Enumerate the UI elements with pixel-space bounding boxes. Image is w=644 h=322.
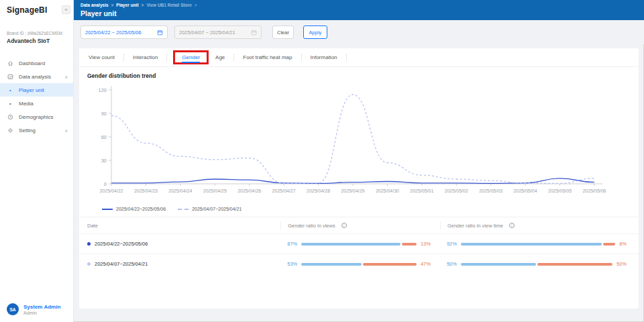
date-range-input-compare[interactable]: 2025/04/07 ~ 2025/04/21 [174, 25, 262, 39]
svg-text:30: 30 [101, 158, 107, 164]
brand-id-label: Brand ID : dWa26ZsECMSM [7, 31, 66, 36]
column-header-date: Date [79, 223, 280, 229]
tab-divider [233, 54, 234, 61]
tab-label: Gender [182, 54, 200, 60]
column-header-views: Gender ratio in views i [280, 221, 440, 229]
breadcrumb-separator: > [195, 3, 197, 7]
info-icon[interactable]: i [509, 223, 515, 228]
chevron-up-icon[interactable]: ∧ [65, 74, 68, 79]
main-area: Data analysis > Player unit > View UB1 R… [74, 0, 644, 322]
gear-icon [7, 127, 14, 134]
breadcrumb-view-store[interactable]: View UB1 Retail Store [146, 3, 191, 7]
breadcrumb-separator: > [142, 3, 144, 7]
gender-ratio-table: Date Gender ratio in views i Gender rati… [79, 217, 639, 274]
table-row: 2025/04/07~2025/04/21 53% 47% 50% 50% [79, 254, 639, 274]
svg-text:120: 120 [98, 87, 107, 93]
chart-icon [7, 73, 14, 80]
row-date: 2025/04/22~2025/05/06 [95, 241, 148, 247]
legend-label: 2025/04/22~2025/05/06 [116, 207, 166, 211]
user-profile[interactable]: SA System Admin Admin [0, 303, 74, 315]
svg-text:2025/05/04: 2025/05/04 [514, 189, 537, 193]
breadcrumb-player-unit[interactable]: Player unit [116, 3, 138, 7]
svg-text:2025/04/23: 2025/04/23 [134, 189, 158, 193]
male-percent: 87% [287, 241, 297, 247]
ratio-bar [301, 243, 417, 246]
female-percent: 47% [421, 261, 431, 267]
sidebar-item-data-analysis[interactable]: Data analysis ∧ [0, 70, 73, 83]
ratio-bar [301, 263, 417, 266]
svg-text:2025/04/24: 2025/04/24 [168, 189, 192, 193]
sidebar-collapse-icon[interactable]: « [62, 5, 70, 14]
svg-text:2025/04/25: 2025/04/25 [203, 189, 227, 193]
series-dot-icon [87, 262, 91, 266]
table-header-row: Date Gender ratio in views i Gender rati… [79, 217, 639, 233]
chart-title: Gender distribution trend [87, 72, 631, 79]
tab-age[interactable]: Age [213, 54, 227, 60]
clear-button[interactable]: Clear [272, 25, 294, 39]
tab-interaction[interactable]: Interaction [130, 54, 160, 60]
page-title: Player unit [80, 9, 637, 17]
female-percent: 13% [421, 241, 431, 247]
svg-text:2025/04/29: 2025/04/29 [341, 189, 364, 193]
column-header-view-time: Gender ratio in view time i [440, 221, 639, 229]
sidebar-item-label: Dashboard [19, 60, 45, 66]
active-tab-indicator [182, 62, 200, 63]
sidebar-item-setting[interactable]: Setting ∨ [0, 123, 73, 137]
svg-text:90: 90 [101, 111, 107, 117]
tab-divider [166, 54, 167, 61]
sidebar-menu: Dashboard Data analysis ∧ • Player unit … [0, 56, 73, 137]
svg-text:2025/05/02: 2025/05/02 [445, 189, 468, 193]
series-dot-icon [87, 242, 91, 246]
svg-text:2025/04/28: 2025/04/28 [307, 189, 330, 193]
breadcrumb-data-analysis[interactable]: Data analysis [80, 3, 109, 7]
chevron-down-icon[interactable]: ∨ [65, 128, 68, 133]
legend-item-previous[interactable]: 2025/04/07~2025/04/21 [178, 207, 241, 211]
svg-text:0: 0 [104, 181, 107, 187]
user-role: Admin [23, 311, 60, 315]
svg-text:2025/05/05: 2025/05/05 [548, 189, 572, 193]
avatar: SA [7, 303, 19, 315]
sidebar-item-label: Demographics [19, 114, 54, 120]
app-logo: SignageBI [7, 5, 47, 15]
svg-text:2025/04/27: 2025/04/27 [272, 189, 296, 193]
sidebar-item-label: Data analysis [19, 74, 51, 80]
tab-view-count[interactable]: View count [86, 54, 117, 60]
calendar-icon [251, 30, 257, 36]
sidebar-item-demographics[interactable]: Demographics [0, 110, 73, 123]
sidebar-item-label: Player unit [19, 87, 44, 93]
sidebar-item-player-unit[interactable]: • Player unit [0, 83, 73, 97]
svg-text:2025/05/01: 2025/05/01 [410, 189, 433, 193]
svg-text:2025/05/06: 2025/05/06 [582, 189, 606, 193]
content-card: View count Interaction Gender Age Foot t… [79, 48, 639, 309]
chart-legend: 2025/04/22~2025/05/06 2025/04/07~2025/04… [102, 207, 631, 211]
clock-icon [7, 113, 14, 121]
tab-information[interactable]: Information [308, 54, 340, 60]
sidebar-item-dashboard[interactable]: Dashboard [0, 56, 73, 70]
legend-label: 2025/04/07~2025/04/21 [192, 207, 241, 211]
tab-gender[interactable]: Gender [179, 54, 203, 60]
sidebar-item-label: Setting [19, 127, 36, 133]
bullet-icon: • [9, 88, 16, 93]
tab-foot-traffic[interactable]: Foot traffic heat map [240, 54, 294, 60]
column-header-label: Gender ratio in views [288, 223, 335, 229]
home-icon [7, 60, 14, 67]
chart-section: Gender distribution trend 03060901202025… [79, 67, 639, 211]
svg-text:2025/04/26: 2025/04/26 [237, 189, 261, 193]
sidebar-item-label: Media [19, 101, 34, 107]
table-row: 2025/04/22~2025/05/06 87% 13% 92% 8% [79, 233, 639, 254]
svg-text:60: 60 [101, 134, 107, 140]
legend-line-dashed-icon [178, 209, 189, 210]
female-percent: 8% [619, 241, 627, 247]
date-range-input-primary[interactable]: 2025/04/22 ~ 2025/05/06 [80, 25, 168, 39]
sidebar-item-media[interactable]: • Media [0, 97, 73, 110]
info-icon[interactable]: i [341, 223, 347, 228]
tab-divider [123, 54, 124, 61]
ratio-bar [461, 263, 612, 266]
legend-item-current[interactable]: 2025/04/22~2025/05/06 [102, 207, 166, 211]
row-date: 2025/04/07~2025/04/21 [95, 261, 148, 267]
brand-name: Advantech SIoT [7, 38, 66, 44]
bullet-icon: • [9, 101, 16, 106]
user-name: System Admin [23, 304, 60, 311]
apply-button[interactable]: Apply [303, 25, 327, 39]
breadcrumb: Data analysis > Player unit > View UB1 R… [80, 3, 637, 7]
